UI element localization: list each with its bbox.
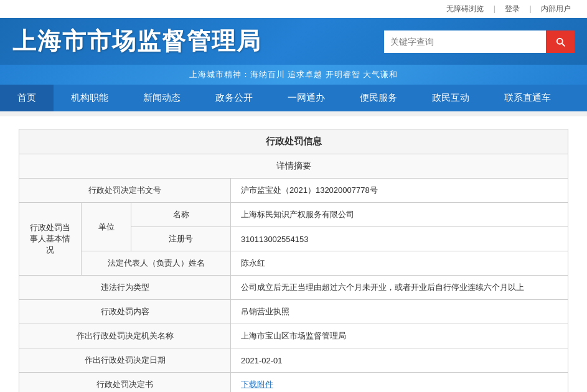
main-content: 行政处罚信息 详情摘要 行政处罚决定书文号 沪市监宝处（2021）1320200… xyxy=(0,116,587,392)
value-penalty-content: 吊销营业执照 xyxy=(231,300,568,324)
table-row-penalty-content: 行政处罚内容 吊销营业执照 xyxy=(19,300,568,324)
value-legal-rep: 陈永红 xyxy=(231,251,568,276)
label-name: 名称 xyxy=(131,203,231,227)
info-table: 行政处罚信息 详情摘要 行政处罚决定书文号 沪市监宝处（2021）1320200… xyxy=(19,129,568,392)
section-header-cell: 行政处罚信息 xyxy=(19,129,568,154)
label-decision-date: 作出行政处罚决定日期 xyxy=(19,348,231,373)
divider xyxy=(0,111,587,116)
label-penalty-content: 行政处罚内容 xyxy=(19,300,231,324)
login-link[interactable]: 登录 xyxy=(505,4,520,13)
table-row-party-name: 行政处罚当事人基本情况 单位 名称 上海标民知识产权服务有限公司 xyxy=(19,203,568,227)
nav-news[interactable]: 新闻动态 xyxy=(126,85,198,111)
value-decision-number: 沪市监宝处（2021）132020007778号 xyxy=(231,179,568,203)
navigation: 首页 机构职能 新闻动态 政务公开 一网通办 便民服务 政民互动 联系直通车 xyxy=(0,85,587,111)
sub-label-unit: 单位 xyxy=(82,203,131,251)
nav-online[interactable]: 一网通办 xyxy=(270,85,342,111)
subtitle-bar: 上海城市精神：海纳百川 追求卓越 开明睿智 大气谦和 xyxy=(0,65,587,85)
nav-home[interactable]: 首页 xyxy=(0,85,54,111)
search-icon xyxy=(555,36,566,47)
sub-header-cell: 详情摘要 xyxy=(19,154,568,179)
value-violation-type: 公司成立后无正当理由超过六个月未开业，或者开业后自行停业连续六个月以上 xyxy=(231,276,568,300)
header: 上海市市场监督管理局 xyxy=(0,18,587,65)
table-row-decision-doc: 行政处罚决定书 下载附件 xyxy=(19,373,568,393)
label-violation-type: 违法行为类型 xyxy=(19,276,231,300)
table-row-decision-number: 行政处罚决定书文号 沪市监宝处（2021）132020007778号 xyxy=(19,179,568,203)
table-row-issuing-authority: 作出行政处罚决定机关名称 上海市宝山区市场监督管理局 xyxy=(19,324,568,348)
label-registration: 注册号 xyxy=(131,227,231,251)
table-row-decision-date: 作出行政处罚决定日期 2021-02-01 xyxy=(19,348,568,373)
nav-functions[interactable]: 机构职能 xyxy=(54,85,126,111)
accessibility-link[interactable]: 无障碍浏览 xyxy=(446,4,484,13)
value-issuing-authority: 上海市宝山区市场监督管理局 xyxy=(231,324,568,348)
internal-user-link[interactable]: 内部用户 xyxy=(541,4,571,13)
value-decision-date: 2021-02-01 xyxy=(231,348,568,373)
label-legal-rep: 法定代表人（负责人）姓名 xyxy=(82,251,231,276)
top-bar: 无障碍浏览 | 登录 | 内部用户 xyxy=(0,0,587,18)
value-decision-doc: 下载附件 xyxy=(231,373,568,393)
table-row-section-header: 行政处罚信息 xyxy=(19,129,568,154)
subtitle-text: 上海城市精神：海纳百川 追求卓越 开明睿智 大气谦和 xyxy=(189,70,398,79)
label-decision-doc: 行政处罚决定书 xyxy=(19,373,231,393)
search-button[interactable] xyxy=(546,30,575,53)
download-link[interactable]: 下载附件 xyxy=(241,380,273,389)
group-label-party: 行政处罚当事人基本情况 xyxy=(19,203,82,276)
value-registration: 310113002554153 xyxy=(231,227,568,251)
label-decision-number: 行政处罚决定书文号 xyxy=(19,179,231,203)
value-name: 上海标民知识产权服务有限公司 xyxy=(231,203,568,227)
search-input[interactable] xyxy=(384,30,546,53)
label-issuing-authority: 作出行政处罚决定机关名称 xyxy=(19,324,231,348)
nav-contact[interactable]: 联系直通车 xyxy=(487,85,568,111)
nav-government[interactable]: 政务公开 xyxy=(198,85,270,111)
nav-service[interactable]: 便民服务 xyxy=(342,85,415,111)
search-area xyxy=(384,30,575,53)
site-title: 上海市市场监督管理局 xyxy=(12,26,261,57)
table-row-violation-type: 违法行为类型 公司成立后无正当理由超过六个月未开业，或者开业后自行停业连续六个月… xyxy=(19,276,568,300)
nav-interaction[interactable]: 政民互动 xyxy=(415,85,487,111)
table-row-legal-rep: 法定代表人（负责人）姓名 陈永红 xyxy=(19,251,568,276)
table-row-sub-header: 详情摘要 xyxy=(19,154,568,179)
